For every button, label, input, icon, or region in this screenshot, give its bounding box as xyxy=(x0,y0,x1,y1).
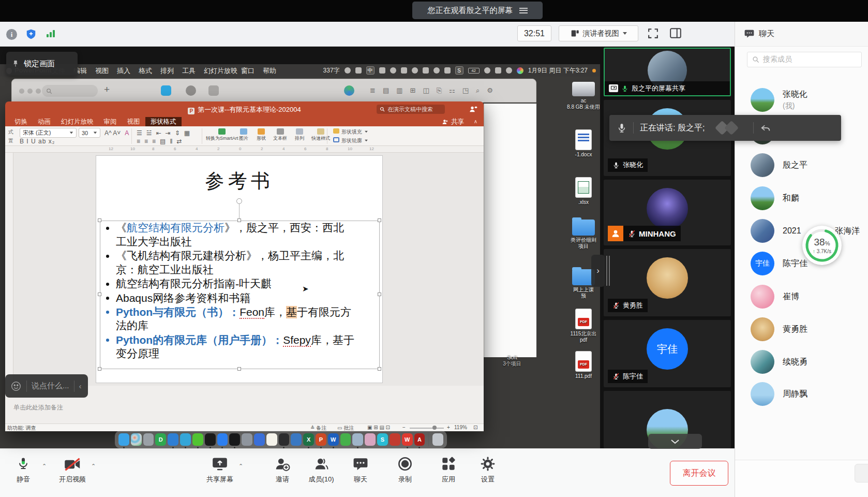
dock-app-acrobat[interactable]: A xyxy=(414,433,425,446)
selection-handle[interactable] xyxy=(98,367,101,371)
desktop-icon-docx[interactable]: -1.docx xyxy=(566,129,601,158)
ppt-tab[interactable]: 审阅 xyxy=(99,117,122,126)
input-method-icon[interactable]: 中 xyxy=(366,66,375,75)
quick-chat-placeholder[interactable]: 说点什么... xyxy=(32,381,69,391)
ppt-title-bar[interactable]: P第一次课--有限元基本理论-202004 在演示文稿中搜索 xyxy=(5,101,484,117)
emoji-icon[interactable] xyxy=(10,381,22,392)
ribbon-group-button[interactable]: 排列 xyxy=(295,128,304,142)
toolbar-button-chevron[interactable]: ⌃ xyxy=(91,463,96,470)
member-row[interactable]: 和麟 xyxy=(735,182,868,214)
dock-app-vscode[interactable] xyxy=(168,433,178,446)
security-shield-icon[interactable] xyxy=(25,28,37,40)
ribbon-group-button[interactable]: 图片 xyxy=(239,128,248,142)
member-row[interactable]: 黄勇胜 xyxy=(735,313,868,345)
desktop-icon-pdf[interactable]: PDF1115北京出pdf xyxy=(566,309,601,343)
mac-menu-item[interactable]: 窗口 xyxy=(241,66,255,76)
messenger-icon[interactable] xyxy=(161,85,171,96)
align-icons[interactable]: ≡≡≡▤⫴⇄ xyxy=(137,138,182,145)
video-tile[interactable]: 宇佳陈宇佳 xyxy=(604,320,731,387)
zoom-in-button[interactable]: + xyxy=(447,425,450,430)
bluetooth-icon[interactable] xyxy=(444,67,451,74)
dock-app-notes[interactable] xyxy=(266,433,277,446)
member-row[interactable]: 宇佳陈宇佳 xyxy=(735,247,868,280)
member-row[interactable]: 张晓化(我) xyxy=(735,84,868,116)
tiles-collapse-chevron[interactable] xyxy=(648,434,702,449)
ppt-search-field[interactable]: 在演示文稿中搜索 xyxy=(377,105,445,114)
toolbar-button-chat[interactable]: 聊天 xyxy=(336,455,385,484)
dock-app-snagit[interactable]: S xyxy=(377,433,388,446)
ppt-tab[interactable]: 幻灯片放映 xyxy=(56,117,99,126)
shape-outline-button[interactable]: 形状轮廓 xyxy=(333,137,368,144)
selection-handle[interactable] xyxy=(378,367,381,371)
mac-menu-item[interactable]: 幻灯片放映 xyxy=(204,66,237,76)
fit-slide-button[interactable]: ⊡ xyxy=(473,425,477,430)
desktop-icon-folder[interactable]: 类评价细则项目 xyxy=(566,220,601,250)
bell-icon[interactable] xyxy=(390,67,396,74)
dock-app-wps[interactable]: W xyxy=(402,433,413,446)
member-row[interactable]: 殷之平 xyxy=(735,149,868,181)
dock-app-calculator[interactable] xyxy=(279,433,290,446)
wps-status-icon[interactable] xyxy=(379,67,385,74)
mac-menu-item[interactable]: 工具 xyxy=(182,66,196,76)
background-search-field[interactable] xyxy=(42,85,98,97)
window-minimize-icon[interactable] xyxy=(27,89,33,94)
code-icon[interactable] xyxy=(495,67,501,74)
volume-icon[interactable] xyxy=(433,67,440,74)
desktop-folder-soft[interactable]: Soft 3个项目 xyxy=(491,354,533,368)
fullscreen-button[interactable] xyxy=(647,27,660,40)
dock-app-terminal[interactable] xyxy=(229,433,240,446)
member-search-input[interactable]: 搜索成员 xyxy=(747,52,862,67)
toolbar-button-chevron[interactable]: ⌃ xyxy=(42,463,47,470)
selection-handle[interactable] xyxy=(378,218,381,222)
toolbar-button-chevron[interactable]: ⌃ xyxy=(238,463,243,470)
mac-menu-item[interactable]: 视图 xyxy=(95,66,109,76)
desktop-icon-pdf[interactable]: PDF111.pdf xyxy=(566,351,601,379)
toolbar-button-record[interactable]: 录制 xyxy=(380,455,430,484)
chat-send-button-partial[interactable] xyxy=(855,464,868,483)
mac-menu-item[interactable]: 帮助 xyxy=(263,66,276,76)
lock-screen-tooltip[interactable]: 锁定画面 xyxy=(6,52,78,76)
ribbon-group-button[interactable]: 文本框 xyxy=(273,128,287,142)
member-row[interactable]: 续晓勇 xyxy=(735,346,868,378)
view-buttons[interactable]: ▣ ⊞ ▤ ⊡ xyxy=(367,425,390,430)
dock-app-gear-tool[interactable] xyxy=(390,433,400,446)
toolbar-button-mic[interactable]: 静音 xyxy=(0,455,48,484)
dock-app-finder[interactable] xyxy=(118,433,129,446)
toolbar-button-camoff[interactable]: 开启视频 xyxy=(48,455,97,484)
side-panel-toggle-button[interactable] xyxy=(669,27,682,39)
chat-input-area[interactable] xyxy=(735,460,868,497)
toolbar-button-share[interactable]: 共享屏幕 xyxy=(195,455,245,484)
shape-fill-button[interactable]: 形状填充 xyxy=(333,128,368,136)
ppt-tab[interactable]: 切换 xyxy=(9,117,33,126)
member-row[interactable]: 2021张海洋 xyxy=(735,215,868,247)
font-style-icons[interactable]: B I U ab x₂ xyxy=(20,138,55,145)
zoom-level[interactable]: 119% xyxy=(454,425,467,430)
dock-app-server[interactable] xyxy=(242,433,252,446)
desktop-icon-disk[interactable]: ac8.8 GB 未使用 xyxy=(566,82,601,110)
member-row[interactable]: 周静飘 xyxy=(735,378,868,410)
dock-app-photos[interactable] xyxy=(291,433,302,446)
presenter-coach-icon[interactable] xyxy=(469,105,477,113)
zoom-out-button[interactable]: − xyxy=(402,425,406,430)
dock-app-settings-gray[interactable] xyxy=(143,433,154,446)
rotation-handle[interactable] xyxy=(236,198,242,204)
video-tile[interactable]: MINHANG xyxy=(604,180,731,245)
selection-handle[interactable] xyxy=(237,367,241,371)
contact-icon[interactable] xyxy=(186,85,196,96)
font-grow-shrink-icons[interactable]: A^ A˅A xyxy=(104,129,129,137)
ribbon-group-button[interactable]: 转换为SmartArt xyxy=(206,128,238,142)
leave-meeting-button[interactable]: 离开会议 xyxy=(670,461,728,486)
slide-title[interactable]: 参考书 xyxy=(96,168,382,194)
video-tile[interactable]: 殷之平的屏幕共享 xyxy=(604,48,731,96)
dock-app-meeting[interactable] xyxy=(217,433,228,446)
add-tab-button[interactable]: + xyxy=(104,84,110,95)
window-toolbar-icons[interactable]: ≣▤▥⊞◫⎘⚏◳⌕⚙ xyxy=(370,86,493,95)
fan-icon[interactable] xyxy=(412,67,418,74)
strip-collapse-handle[interactable]: › xyxy=(591,255,605,287)
smiley-icon[interactable] xyxy=(345,67,351,74)
watching-screen-pill[interactable]: 您正在观看殷之平的屏幕 xyxy=(412,2,543,19)
dock-app-d-green[interactable]: D xyxy=(155,433,166,446)
dock-app-launchpad[interactable] xyxy=(131,433,142,446)
s-app-icon[interactable]: S xyxy=(455,66,463,75)
font-size-select[interactable]: 30 xyxy=(79,128,100,138)
